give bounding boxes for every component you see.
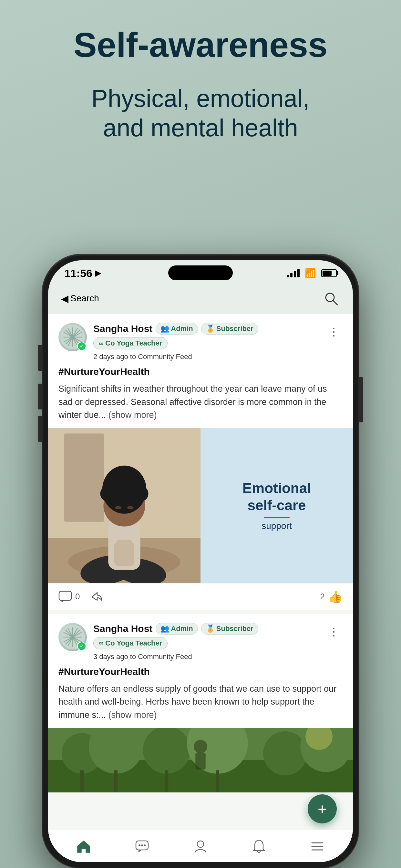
author-name-1: Sangha Host	[93, 323, 152, 334]
post-card-1: ✓ Sangha Host 👥 Admin 🏅	[48, 314, 353, 610]
nav-menu[interactable]	[288, 839, 346, 854]
emotional-selfcare-text: Emotional self-care	[243, 480, 311, 514]
role-badge-2: ∞ Co Yoga Teacher	[93, 637, 167, 649]
comment-icon-1	[58, 591, 72, 603]
share-icon-1	[89, 591, 103, 603]
svg-point-48	[263, 732, 307, 775]
back-label: Search	[70, 293, 99, 304]
underline-decoration	[264, 517, 289, 518]
phone-screen: 11:56 ▶ 📶	[48, 260, 353, 862]
chat-icon	[135, 839, 150, 854]
subscriber-icon-2: 🏅	[206, 624, 215, 633]
dynamic-island	[168, 266, 233, 280]
svg-rect-51	[114, 770, 118, 793]
status-time: 11:56 ▶	[64, 267, 101, 280]
status-bar: 11:56 ▶ 📶	[48, 260, 353, 286]
action-right-1: 2 👍	[320, 590, 343, 603]
garden-image	[48, 728, 353, 793]
fab-plus-icon: +	[318, 800, 327, 818]
subscriber-badge-1: 🏅 Subscriber	[201, 323, 258, 335]
admin-badge-2: 👥 Admin	[156, 623, 197, 634]
post-tag-1: #NurtureYourHealth	[58, 366, 343, 377]
svg-rect-14	[64, 433, 104, 522]
hero-subtitle: Physical, emotional, and mental health	[19, 84, 382, 143]
post-body-1: #NurtureYourHealth Significant shifts in…	[48, 366, 353, 428]
svg-point-26	[118, 477, 131, 490]
svg-point-54	[194, 740, 207, 753]
svg-point-59	[141, 844, 143, 846]
post-menu-button-1[interactable]: ⋮	[325, 323, 343, 340]
feed-scroll[interactable]: ✓ Sangha Host 👥 Admin 🏅	[48, 314, 353, 838]
post-meta-2: Sangha Host 👥 Admin 🏅 Subscriber	[93, 623, 319, 661]
svg-rect-50	[81, 770, 84, 793]
svg-point-46	[143, 728, 190, 774]
back-button[interactable]: ◀ Search	[61, 293, 99, 304]
post-card-2: ✓ Sangha Host 👥 Admin 🏅	[48, 614, 353, 793]
svg-rect-31	[59, 591, 71, 600]
home-icon	[76, 839, 91, 854]
thumbsup-icon-1[interactable]: 👍	[328, 590, 343, 603]
comment-button-1[interactable]: 0	[58, 591, 80, 603]
svg-rect-52	[165, 770, 168, 793]
status-icons: 📶	[287, 268, 337, 279]
svg-point-28	[127, 506, 134, 509]
subscriber-icon-1: 🏅	[206, 324, 215, 333]
post-text-1: Significant shifts in weather throughout…	[58, 382, 343, 422]
like-count-1: 2	[320, 592, 325, 601]
nav-notifications[interactable]	[229, 839, 288, 854]
bottom-nav	[48, 830, 353, 862]
post-actions-1: 0 2 👍	[48, 583, 353, 610]
subscriber-badge-2: 🏅 Subscriber	[201, 623, 258, 634]
profile-icon	[193, 839, 208, 854]
svg-line-1	[333, 301, 337, 305]
post-menu-button-2[interactable]: ⋮	[325, 623, 343, 640]
svg-point-41	[70, 634, 75, 640]
share-button-1[interactable]	[89, 591, 103, 603]
post-image-1: Emotional self-care support	[48, 428, 353, 583]
search-icon	[324, 291, 338, 306]
emotional-selfcare-panel: Emotional self-care support	[201, 428, 353, 583]
post-text-2: Nature offers an endless supply of goods…	[58, 682, 343, 722]
svg-rect-53	[216, 770, 219, 793]
support-text: support	[261, 521, 291, 531]
verified-badge-1: ✓	[77, 342, 86, 351]
admin-badge-1: 👥 Admin	[156, 323, 197, 335]
location-arrow-icon: ▶	[95, 269, 101, 278]
post-tag-2: #NurtureYourHealth	[58, 666, 343, 677]
post-body-2: #NurtureYourHealth Nature offers an endl…	[48, 666, 353, 728]
infinity-icon-1: ∞	[99, 340, 103, 347]
hamburger-icon	[310, 839, 325, 854]
avatar-wrap-2: ✓	[58, 623, 87, 651]
nav-profile[interactable]	[172, 839, 230, 854]
post-meta-1: Sangha Host 👥 Admin 🏅 Subscriber	[93, 323, 319, 361]
post-time-2: 3 days ago to Community Feed	[93, 653, 319, 661]
search-button[interactable]	[322, 289, 340, 307]
svg-point-61	[197, 841, 204, 847]
svg-rect-30	[116, 539, 132, 548]
fab-button[interactable]: +	[308, 795, 337, 824]
hero-title: Self-awareness	[19, 26, 382, 64]
svg-point-58	[138, 844, 141, 846]
post-author-row-2: Sangha Host 👥 Admin 🏅 Subscriber	[93, 623, 319, 634]
post-time-1: 2 days ago to Community Feed	[93, 352, 319, 361]
svg-point-11	[70, 335, 75, 340]
verified-badge-2: ✓	[77, 642, 86, 651]
show-more-1[interactable]: (show more)	[109, 410, 157, 420]
post-author-row-1: Sangha Host 👥 Admin 🏅 Subscriber	[93, 323, 319, 335]
hero-section: Self-awareness Physical, emotional, and …	[0, 0, 401, 162]
svg-rect-55	[195, 753, 205, 770]
wifi-icon: 📶	[305, 268, 316, 279]
bell-icon	[251, 839, 266, 854]
nav-home[interactable]	[55, 839, 113, 854]
time-display: 11:56	[64, 267, 92, 280]
app-nav-bar: ◀ Search	[48, 286, 353, 314]
infinity-icon-2: ∞	[99, 640, 103, 647]
admin-icon-1: 👥	[160, 324, 169, 333]
signal-icon	[287, 269, 300, 277]
post-header-2: ✓ Sangha Host 👥 Admin 🏅	[48, 614, 353, 666]
admin-icon-2: 👥	[160, 624, 169, 633]
show-more-2[interactable]: (show more)	[109, 710, 157, 720]
nav-chat[interactable]	[113, 839, 172, 854]
action-left-1: 0	[58, 591, 103, 603]
post-image-2	[48, 728, 353, 793]
